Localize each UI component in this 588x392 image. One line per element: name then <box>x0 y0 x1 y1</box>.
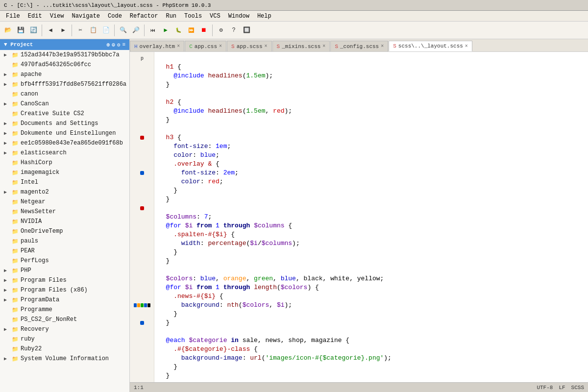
tab-overlay[interactable]: H overlay.htm × <box>130 41 184 51</box>
tree-item-ps-cs2[interactable]: 📁PS_CS2_Gr_NonRet <box>0 315 129 324</box>
tree-item-elasticsearch[interactable]: ▶📁elasticsearch <box>0 148 129 158</box>
sidebar-btn-1[interactable]: ⊕ <box>107 42 110 48</box>
tab-close-mixins[interactable]: × <box>322 44 325 49</box>
tree-item-programme[interactable]: 📁Programme <box>0 305 129 315</box>
code-line-36: } <box>158 363 584 371</box>
tab-label-mixins: _mixins.scss <box>282 44 320 49</box>
toolbar-run[interactable]: ▶ <box>160 24 172 36</box>
tree-item-program-files-x86[interactable]: ▶📁Program Files (x86) <box>0 285 129 295</box>
menu-tools[interactable]: Tools <box>180 12 206 21</box>
tree-item-perflogs[interactable]: 📁PerfLogs <box>0 256 129 266</box>
toolbar-paste[interactable]: 📄 <box>100 24 112 36</box>
toolbar-step-back[interactable]: ⏮ <box>147 24 159 36</box>
menu-edit[interactable]: Edit <box>24 12 46 21</box>
menu-navigate[interactable]: Navigate <box>68 12 104 21</box>
toolbar-replace[interactable]: 🔎 <box>130 24 142 36</box>
toolbar-forward[interactable]: ▶ <box>57 24 69 36</box>
tab-close-config[interactable]: × <box>381 44 384 49</box>
toolbar-help[interactable]: ? <box>228 24 240 36</box>
tree-item-onedrivetemp[interactable]: 📁OneDriveTemp <box>0 226 129 236</box>
tab-app-css[interactable]: C app.css × <box>185 41 226 51</box>
tree-item-system-volume[interactable]: ▶📁System Volume Information <box>0 354 129 364</box>
tree-item-programdata[interactable]: ▶📁ProgramData <box>0 295 129 305</box>
tree-item-ruby[interactable]: 📁ruby <box>0 334 129 344</box>
sidebar-tree: ▶📁152ad3447b3e19a953179b5bbc7a 📁4970fad5… <box>0 50 129 392</box>
tab-bar: H overlay.htm × C app.css × S app.scss ×… <box>130 39 588 52</box>
gutter-black-dot <box>147 303 150 307</box>
menu-bar: File Edit View Navigate Code Refactor Ru… <box>0 11 588 22</box>
tab-label-app-scss: app.scss <box>237 44 263 49</box>
tree-item-bfb4f[interactable]: ▶📁bfb4fff53917fdd8e575621ff0286a <box>0 79 129 89</box>
tree-item-imagemagick[interactable]: 📁imagemagick <box>0 168 129 177</box>
tab-close-app-scss[interactable]: × <box>265 44 268 49</box>
tree-item-canoscan[interactable]: ▶📁CanoScan <box>0 99 129 109</box>
gutter-red-marker-1 <box>140 136 144 140</box>
tree-item-ruby22[interactable]: 📁Ruby22 <box>0 344 129 354</box>
code-line-26: $colors: blue, orange, green, blue, blac… <box>158 274 584 283</box>
tab-close-layout[interactable]: × <box>465 44 468 49</box>
tree-item-152ad[interactable]: ▶📁152ad3447b3e19a953179b5bbc7a <box>0 50 129 60</box>
code-line-15: color: red; <box>158 177 584 186</box>
tree-item-creative-suite[interactable]: 📁Creative Suite CS2 <box>0 109 129 119</box>
tab-label-config: _config.scss <box>340 44 379 49</box>
sidebar-btn-2[interactable]: ⊙ <box>112 42 115 48</box>
toolbar-sync[interactable]: 🔄 <box>27 24 39 36</box>
toolbar-debug[interactable]: 🐛 <box>172 24 184 36</box>
toolbar-stop[interactable]: ⏹ <box>198 24 210 36</box>
tab-mixins[interactable]: S _mixins.scss × <box>272 41 330 51</box>
tree-item-recovery[interactable]: ▶📁Recovery <box>0 324 129 334</box>
code-line-8: } <box>158 116 584 124</box>
tab-close-app-css[interactable]: × <box>219 44 222 49</box>
tree-item-newssetter[interactable]: 📁NewsSetter <box>0 207 129 217</box>
status-bar: 1:1 UTF-8 LF SCSS <box>130 382 588 392</box>
tree-item-hashicorp[interactable]: 📁HashiCorp <box>0 158 129 168</box>
toolbar-back[interactable]: ◀ <box>45 24 56 36</box>
tree-item-netgear[interactable]: 📁Netgear <box>0 197 129 207</box>
toolbar-cut[interactable]: ✂ <box>74 24 86 36</box>
menu-view[interactable]: View <box>46 12 68 21</box>
sidebar-btn-3[interactable]: ⚙ <box>117 42 121 48</box>
sidebar-btn-4[interactable]: ≡ <box>122 42 125 48</box>
tab-config[interactable]: S _config.scss × <box>330 41 388 51</box>
menu-help[interactable]: Help <box>253 12 275 21</box>
menu-file[interactable]: File <box>2 12 24 21</box>
tree-item-pauls[interactable]: 📁pauls <box>0 236 129 246</box>
code-line-5 <box>158 89 584 98</box>
tree-item-apache[interactable]: ▶📁apache <box>0 70 129 79</box>
toolbar-save[interactable]: 💾 <box>15 24 26 36</box>
menu-code[interactable]: Code <box>104 12 126 21</box>
toolbar-extra[interactable]: 🔲 <box>241 24 252 36</box>
status-encoding: UTF-8 <box>537 385 553 391</box>
tree-item-documents[interactable]: ▶📁Documents and Settings <box>0 119 129 128</box>
toolbar-find[interactable]: 🔍 <box>117 24 129 36</box>
status-position: 1:1 <box>134 385 144 391</box>
tab-layout[interactable]: S scss\..\_layout.scss × <box>389 41 472 51</box>
code-line-1 <box>158 54 584 63</box>
tree-item-magento2[interactable]: ▶📁magento2 <box>0 187 129 197</box>
code-content[interactable]: h1 { @include headlines(1.5em); } h2 { @… <box>154 52 588 382</box>
tab-app-scss[interactable]: S app.scss × <box>227 41 271 51</box>
tab-close-overlay[interactable]: × <box>177 44 180 49</box>
code-line-20: @for $i from 1 through $columns { <box>158 221 584 230</box>
tree-item-intel[interactable]: 📁Intel <box>0 177 129 187</box>
tree-item-4970f[interactable]: 📁4970fad5463265c06fcc <box>0 60 129 70</box>
menu-refactor[interactable]: Refactor <box>126 12 162 21</box>
menu-vcs[interactable]: VCS <box>206 12 224 21</box>
toolbar-open[interactable]: 📂 <box>2 24 14 36</box>
menu-window[interactable]: Window <box>224 12 253 21</box>
tab-icon-layout: S <box>393 43 396 49</box>
toolbar-settings[interactable]: ⚙ <box>215 24 227 36</box>
toolbar-copy[interactable]: 📋 <box>87 24 99 36</box>
code-line-9 <box>158 124 584 133</box>
tree-item-php[interactable]: ▶📁PHP <box>0 266 129 275</box>
tree-item-ee1c0[interactable]: ▶📁ee1c05980e843e7ea865de091f68b <box>0 138 129 148</box>
tree-item-program-files[interactable]: ▶📁Program Files <box>0 275 129 285</box>
code-line-30: } <box>158 310 584 318</box>
menu-run[interactable]: Run <box>162 12 180 21</box>
tree-item-pear[interactable]: 📁PEAR <box>0 246 129 256</box>
toolbar-sep-4 <box>144 24 145 36</box>
tree-item-nvidia[interactable]: 📁NVIDIA <box>0 217 129 226</box>
toolbar-step-over[interactable]: ⏩ <box>185 24 197 36</box>
tree-item-canon[interactable]: 📁canon <box>0 89 129 99</box>
tree-item-dokumente[interactable]: ▶📁Dokumente und Einstellungen <box>0 128 129 138</box>
